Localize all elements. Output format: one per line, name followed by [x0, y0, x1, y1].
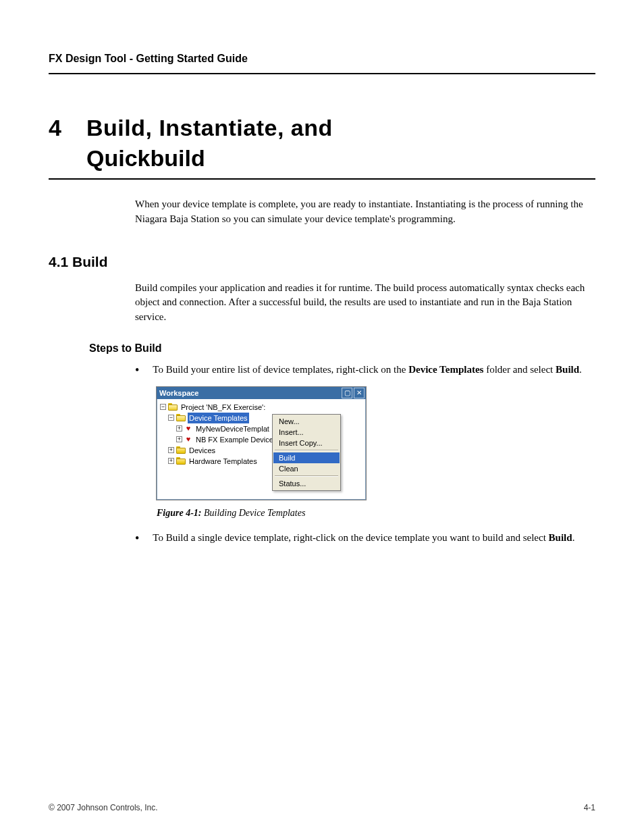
folder-open-icon [168, 403, 178, 411]
menu-separator [275, 475, 338, 477]
chapter-title-line2: Quickbuild [86, 145, 595, 172]
menu-item-insert-copy[interactable]: Insert Copy... [273, 438, 340, 448]
tree-project-label: Project 'NB_FX Exercise': [180, 402, 267, 413]
footer-copyright: © 2007 Johnson Controls, Inc. [49, 803, 158, 812]
tree-devices-label: Devices [188, 445, 217, 456]
chapter-rule [49, 178, 595, 180]
expander-plus-icon[interactable]: + [168, 447, 174, 453]
steps-to-build-heading: Steps to Build [89, 342, 595, 355]
context-menu[interactable]: New... Insert... Insert Copy... Build Cl… [272, 414, 341, 491]
menu-separator [275, 450, 338, 451]
tree-hw-templates-label: Hardware Templates [188, 456, 259, 467]
workspace-body: − Project 'NB_FX Exercise': − Device Tem… [157, 399, 366, 500]
workspace-panel: Workspace ▢ ✕ − Project 'NB_FX Exercise'… [157, 387, 366, 500]
page-footer: © 2007 Johnson Controls, Inc. 4-1 [49, 803, 595, 812]
heart-icon: ♥ [184, 425, 192, 433]
expander-minus-icon[interactable]: − [160, 404, 166, 410]
chapter-title-line1: Build, Instantiate, and [86, 115, 333, 140]
bullet-item-2: • To Build a single device template, rig… [135, 531, 595, 546]
tree-item1-label: MyNewDeviceTemplat [194, 423, 271, 434]
menu-item-clean[interactable]: Clean [273, 463, 340, 474]
chapter-number: 4 [49, 115, 86, 141]
menu-item-insert[interactable]: Insert... [273, 427, 340, 438]
bullet-2-text: To Build a single device template, right… [153, 531, 595, 546]
folder-open-icon [176, 414, 186, 421]
header-rule [49, 73, 595, 74]
maximize-icon[interactable]: ▢ [342, 388, 352, 398]
tree-device-templates-label: Device Templates [188, 413, 249, 423]
figure-caption: Figure 4-1: Building Device Templates [157, 508, 595, 519]
expander-plus-icon[interactable]: + [176, 436, 182, 442]
workspace-title-text: Workspace [159, 389, 340, 397]
menu-item-build[interactable]: Build [273, 452, 340, 463]
page-title: FX Design Tool - Getting Started Guide [49, 53, 595, 65]
folder-icon [176, 446, 186, 454]
heart-icon: ♥ [184, 436, 192, 444]
close-icon[interactable]: ✕ [354, 388, 365, 398]
bullet-dot-icon: • [135, 532, 139, 547]
intro-paragraph: When your device template is complete, y… [135, 197, 595, 227]
menu-item-status[interactable]: Status... [273, 478, 340, 489]
expander-plus-icon[interactable]: + [176, 425, 182, 432]
bullet-dot-icon: • [135, 364, 139, 379]
section-build-heading: 4.1 Build [49, 254, 595, 270]
bullet-1-text: To Build your entire list of device temp… [153, 363, 595, 377]
folder-icon [176, 457, 186, 465]
chapter-heading: 4Build, Instantiate, and [49, 115, 595, 141]
menu-item-new[interactable]: New... [273, 416, 340, 427]
bullet-item-1: • To Build your entire list of device te… [135, 363, 595, 377]
build-paragraph: Build compiles your application and read… [135, 281, 595, 325]
tree-project-row[interactable]: − Project 'NB_FX Exercise': [160, 402, 365, 413]
tree-item2-label: NB FX Example Device [194, 434, 275, 445]
footer-page-number: 4-1 [584, 803, 595, 812]
workspace-titlebar[interactable]: Workspace ▢ ✕ [157, 387, 366, 399]
expander-plus-icon[interactable]: + [168, 458, 174, 464]
expander-minus-icon[interactable]: − [168, 415, 174, 421]
